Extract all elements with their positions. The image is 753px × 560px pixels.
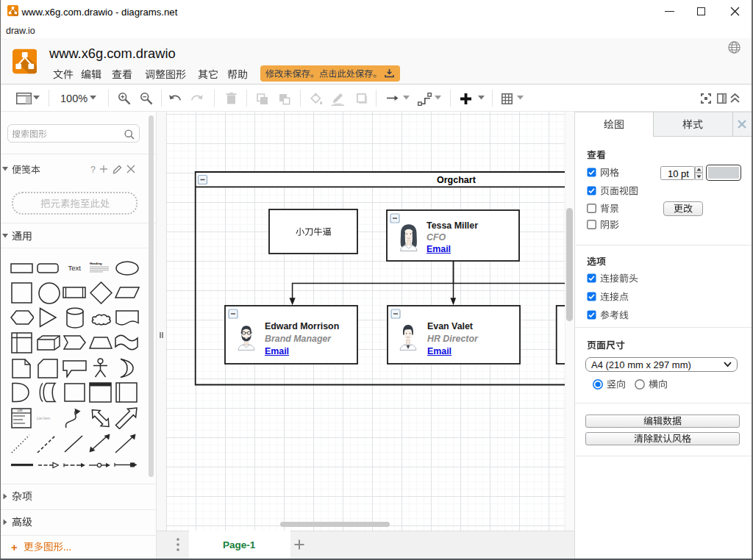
svg-text:List: List <box>18 409 24 412</box>
svg-text:List Item: List Item <box>37 417 50 420</box>
svg-text:Heading: Heading <box>90 262 102 265</box>
